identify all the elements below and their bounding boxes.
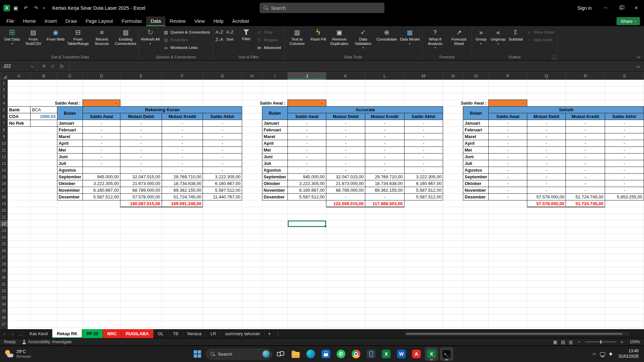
column-header-C[interactable]: C (57, 72, 83, 80)
cell-F15[interactable]: 29.769.710,00 (162, 174, 203, 180)
taskbar-search[interactable]: Search (206, 349, 272, 360)
cell[interactable] (31, 234, 57, 241)
cell[interactable] (7, 227, 31, 234)
cell[interactable] (326, 261, 365, 267)
cell[interactable] (365, 308, 404, 314)
cell[interactable] (242, 214, 262, 221)
taskbar-app-edge[interactable] (304, 347, 318, 361)
cell[interactable] (262, 254, 287, 261)
cell-E16[interactable]: 21.673.000,00 (120, 180, 162, 187)
cell-K14[interactable]: - (326, 167, 365, 174)
from-web-button[interactable]: ◉From Web (45, 27, 66, 42)
cell-S7[interactable]: - (605, 120, 644, 127)
cell[interactable] (242, 227, 262, 234)
cell[interactable] (120, 214, 162, 221)
cell[interactable] (463, 274, 489, 281)
cell[interactable] (443, 281, 463, 288)
cell[interactable] (31, 288, 57, 294)
row-header-19[interactable]: 19 (0, 200, 8, 207)
cell[interactable] (605, 261, 644, 267)
column-header-A[interactable]: A (7, 72, 31, 80)
cell[interactable] (527, 267, 566, 274)
ungroup-button[interactable]: «Ungroup▾ (489, 27, 507, 46)
cell[interactable] (443, 107, 463, 113)
cell[interactable] (242, 180, 262, 187)
selected-cell[interactable] (288, 221, 326, 227)
cell[interactable] (31, 174, 57, 180)
cell[interactable] (489, 241, 527, 247)
cell[interactable] (242, 147, 262, 154)
cell[interactable] (326, 100, 365, 107)
cell[interactable] (566, 261, 605, 267)
cell-P7[interactable]: - (489, 120, 527, 127)
cell-F7[interactable]: - (162, 120, 203, 127)
column-header-E[interactable]: E (120, 72, 162, 80)
cell-O11[interactable]: Mei (463, 147, 489, 154)
cell-D4[interactable]: - (83, 100, 120, 107)
cell[interactable] (242, 267, 262, 274)
column-header-B[interactable]: B (31, 72, 57, 80)
cell[interactable] (605, 86, 644, 93)
cell[interactable] (527, 288, 566, 294)
cell[interactable] (443, 200, 463, 207)
cell-I17[interactable]: November (262, 187, 287, 194)
cell-P14[interactable]: - (489, 167, 527, 174)
cell-J18[interactable]: 5.587.512,00 (288, 194, 326, 200)
cell[interactable] (242, 80, 262, 86)
cell[interactable] (7, 140, 31, 147)
cell[interactable] (31, 80, 57, 86)
cell[interactable] (288, 80, 326, 86)
cell[interactable] (57, 261, 83, 267)
cell[interactable] (566, 254, 605, 261)
cell[interactable] (288, 301, 326, 308)
cell-I15[interactable]: September (262, 174, 287, 180)
column-header-L[interactable]: L (365, 72, 404, 80)
cell-K16[interactable]: 21.673.000,00 (326, 180, 365, 187)
row-header-14[interactable]: 14 (0, 167, 8, 174)
what-if-analysis-button[interactable]: ?What-If Analysis▾ (423, 27, 447, 50)
cell-K15[interactable]: 32.047.015,00 (326, 174, 365, 180)
cell[interactable] (120, 93, 162, 100)
ribbon-tab-draw[interactable]: Draw (61, 16, 81, 26)
cell-O7[interactable]: Januari (463, 120, 489, 127)
cell-C14[interactable]: Agustus (57, 167, 83, 174)
data-model-button[interactable]: ▦Data Model▾ (398, 27, 421, 46)
cell[interactable] (288, 288, 326, 294)
cell-L18[interactable]: - (365, 194, 404, 200)
cell-B6[interactable]: 1000.03 (31, 113, 57, 120)
cell[interactable] (463, 80, 489, 86)
cell[interactable] (404, 86, 443, 93)
cell[interactable] (57, 254, 83, 261)
cell-O14[interactable]: Agustus (463, 167, 489, 174)
cell[interactable] (566, 308, 605, 314)
cell[interactable] (242, 133, 262, 140)
cell-R13[interactable]: - (566, 160, 605, 167)
cell[interactable] (566, 267, 605, 274)
cell[interactable] (31, 294, 57, 301)
cell[interactable] (566, 93, 605, 100)
cell[interactable] (242, 294, 262, 301)
sheet-tab-lr[interactable]: LR (206, 329, 221, 338)
cell[interactable] (605, 321, 644, 328)
existing-connections-button[interactable]: ▥Existing Connections (114, 27, 138, 46)
collapse-ribbon-icon[interactable] (637, 54, 640, 58)
cell[interactable] (242, 113, 262, 120)
cell[interactable] (83, 261, 120, 267)
ribbon-tab-review[interactable]: Review (165, 16, 190, 26)
cell[interactable] (443, 127, 463, 133)
sign-in-button[interactable]: Sign in (571, 5, 598, 11)
column-header-N[interactable]: N (443, 72, 463, 80)
cell[interactable] (404, 267, 443, 274)
cell-A6[interactable]: COA (7, 113, 31, 120)
cell[interactable] (489, 247, 527, 254)
sheet-tab-pp-23[interactable]: PP 23 (82, 329, 103, 338)
consolidate-button[interactable]: ⊕Consolidate (375, 27, 398, 42)
cell[interactable] (31, 167, 57, 174)
cell[interactable] (489, 301, 527, 308)
cell[interactable] (326, 241, 365, 247)
cell-S18[interactable]: 5.853.255,00 (605, 194, 644, 200)
cell[interactable] (203, 221, 242, 227)
sheet-tab-nrc[interactable]: NRC (103, 329, 121, 338)
cell[interactable] (57, 321, 83, 328)
cell[interactable] (443, 321, 463, 328)
